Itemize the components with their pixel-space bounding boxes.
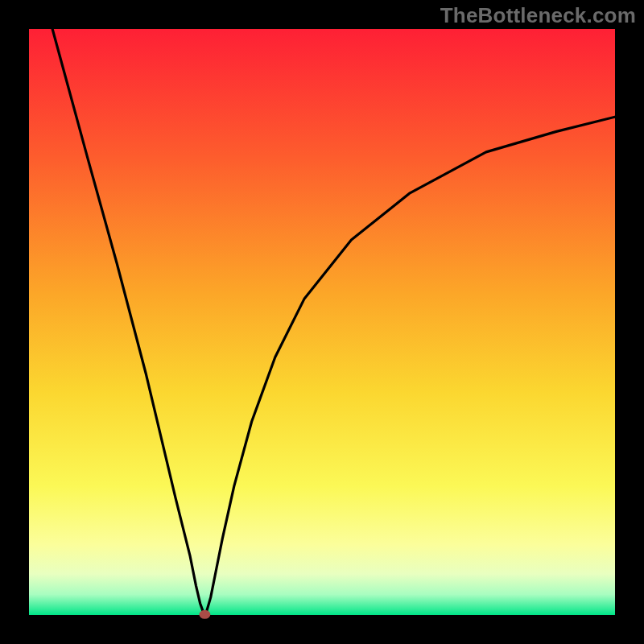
chart-frame: TheBottleneck.com — [0, 0, 644, 644]
minimum-marker — [199, 610, 210, 619]
bottleneck-chart — [0, 0, 644, 644]
watermark-text: TheBottleneck.com — [440, 3, 636, 28]
plot-background — [29, 29, 615, 615]
